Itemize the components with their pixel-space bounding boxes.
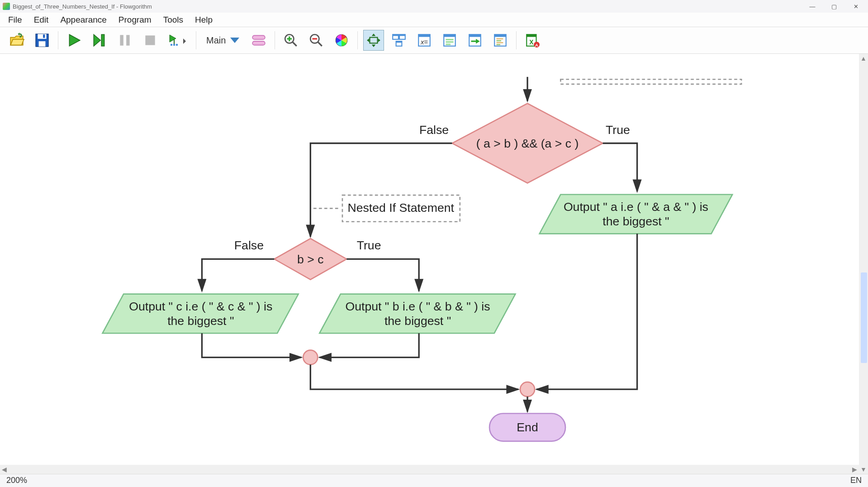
- run-to-icon: [168, 33, 188, 48]
- out-a-line2: the biggest ": [602, 215, 669, 228]
- end-text: End: [517, 420, 538, 434]
- step-icon: [92, 33, 107, 48]
- svg-rect-4: [43, 34, 45, 38]
- svg-marker-28: [372, 33, 376, 36]
- menu-help[interactable]: Help: [195, 15, 213, 25]
- scroll-left-icon[interactable]: ◀: [0, 465, 9, 474]
- svg-rect-42: [444, 34, 456, 37]
- add-function-button[interactable]: [248, 30, 269, 51]
- svg-marker-11: [170, 35, 176, 42]
- svg-marker-6: [94, 34, 100, 46]
- source-code-button[interactable]: [490, 30, 511, 51]
- open-button[interactable]: [6, 30, 27, 51]
- svg-marker-16: [183, 38, 186, 44]
- svg-rect-45: [446, 43, 451, 45]
- flowchart: ( a > b ) && (a > c ) False True Output …: [0, 54, 868, 474]
- svg-rect-61: [560, 79, 741, 84]
- toolbar: Main: [0, 27, 868, 54]
- svg-rect-9: [126, 35, 129, 45]
- run-button[interactable]: [64, 30, 85, 51]
- export-file-button[interactable]: X A: [522, 30, 543, 51]
- svg-rect-51: [495, 34, 507, 37]
- app-icon: [3, 3, 10, 10]
- export-button[interactable]: [465, 30, 485, 51]
- svg-rect-14: [173, 44, 175, 46]
- layout-windows-button[interactable]: [389, 30, 409, 51]
- scroll-thumb[interactable]: [861, 272, 867, 363]
- save-button[interactable]: [32, 30, 52, 51]
- menu-edit[interactable]: Edit: [34, 15, 49, 25]
- svg-rect-43: [446, 39, 454, 40]
- svg-rect-3: [39, 41, 46, 47]
- color-scheme-button[interactable]: [331, 30, 352, 51]
- svg-rect-37: [396, 41, 402, 43]
- svg-text:X: X: [530, 38, 534, 46]
- variable-icon: x=: [417, 33, 432, 48]
- connector-node-2[interactable]: [303, 350, 318, 365]
- vertical-scrollbar[interactable]: ▲ ▼: [859, 54, 868, 474]
- svg-rect-35: [399, 34, 405, 36]
- decision2-text: b > c: [297, 253, 324, 266]
- svg-rect-52: [497, 38, 503, 39]
- close-button[interactable]: ✕: [849, 3, 863, 10]
- svg-rect-27: [370, 38, 378, 43]
- menu-tools[interactable]: Tools: [163, 15, 183, 25]
- out-c-line2: the biggest ": [167, 314, 234, 328]
- menu-file[interactable]: File: [8, 15, 22, 25]
- scroll-right-icon[interactable]: ▶: [850, 465, 859, 474]
- zoom-in-icon: [283, 33, 299, 48]
- play-icon: [66, 33, 82, 48]
- capsule-icon: [251, 33, 266, 48]
- minimize-button[interactable]: —: [806, 3, 819, 10]
- comment-text: Nested If Statement: [347, 201, 454, 215]
- menu-appearance[interactable]: Appearance: [60, 15, 106, 25]
- windows-icon: [391, 33, 407, 48]
- stop-icon: [142, 33, 158, 48]
- console-button[interactable]: [439, 30, 460, 51]
- zoom-in-button[interactable]: [280, 30, 301, 51]
- svg-marker-5: [69, 34, 80, 46]
- variable-watch-button[interactable]: x=: [414, 30, 435, 51]
- function-name: Main: [206, 35, 226, 46]
- step-button[interactable]: [89, 30, 110, 51]
- title-bar: Biggest_of_Three_Numbers_Nested_If - Flo…: [0, 0, 868, 13]
- svg-rect-44: [446, 41, 454, 43]
- flowchart-canvas[interactable]: ( a > b ) && (a > c ) False True Output …: [0, 54, 868, 474]
- window-title: Biggest_of_Three_Numbers_Nested_If - Flo…: [13, 3, 806, 10]
- function-selector[interactable]: Main: [202, 35, 244, 46]
- svg-marker-0: [18, 33, 19, 35]
- console-icon: [442, 33, 457, 48]
- pause-button[interactable]: [114, 30, 135, 51]
- chevron-down-icon: [230, 38, 239, 43]
- menu-program[interactable]: Program: [119, 15, 152, 25]
- svg-rect-39: [419, 34, 431, 37]
- svg-rect-57: [527, 34, 536, 37]
- horizontal-scrollbar[interactable]: ◀ ▶: [0, 465, 859, 474]
- svg-rect-13: [171, 44, 172, 46]
- svg-text:A: A: [535, 43, 538, 48]
- dec2-true-label: True: [357, 239, 381, 252]
- scroll-up-icon[interactable]: ▲: [859, 54, 868, 63]
- svg-text:x=: x=: [420, 38, 428, 46]
- connector-node-1[interactable]: [520, 382, 535, 396]
- color-wheel-icon: [334, 33, 349, 48]
- layout-auto-button[interactable]: [363, 30, 384, 51]
- svg-rect-8: [120, 35, 123, 45]
- svg-rect-55: [497, 44, 501, 45]
- out-b-line2: the biggest ": [384, 314, 451, 328]
- zoom-out-button[interactable]: [306, 30, 327, 51]
- pause-icon: [117, 33, 133, 48]
- decision1-text: ( a > b ) && (a > c ): [476, 137, 579, 150]
- svg-rect-17: [253, 35, 266, 39]
- svg-rect-54: [497, 42, 503, 43]
- svg-rect-2: [38, 34, 46, 39]
- maximize-button[interactable]: ▢: [827, 3, 841, 10]
- svg-line-24: [318, 42, 323, 46]
- dec2-false-label: False: [234, 239, 264, 252]
- save-icon: [34, 33, 50, 48]
- zoom-level: 200%: [6, 476, 27, 485]
- scroll-down-icon[interactable]: ▼: [859, 465, 868, 474]
- status-bar: 200% EN: [0, 474, 868, 487]
- run-to-button[interactable]: [165, 30, 190, 51]
- stop-button[interactable]: [140, 30, 161, 51]
